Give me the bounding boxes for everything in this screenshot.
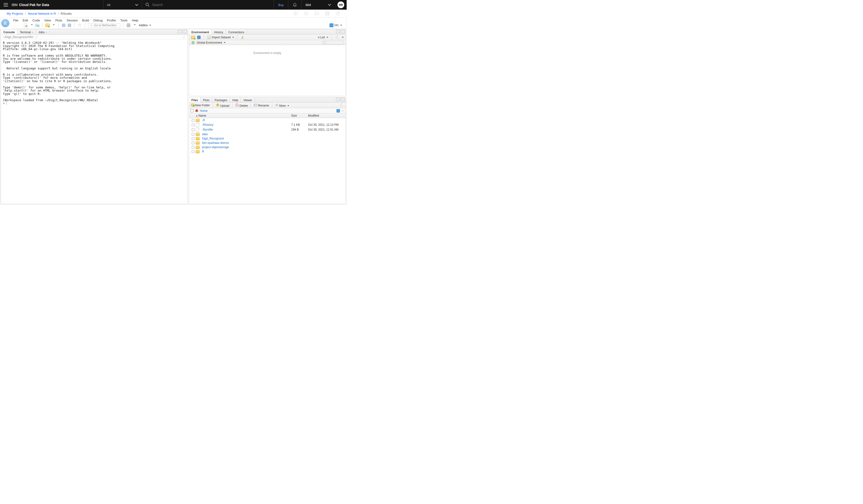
- file-name[interactable]: .Rprofile: [202, 128, 291, 131]
- save-button[interactable]: [61, 23, 66, 27]
- file-name[interactable]: ibm-sparkaas-demos: [202, 141, 291, 144]
- menu-plots[interactable]: Plots: [55, 18, 62, 22]
- panel-layout-button[interactable]: [126, 23, 131, 27]
- print-button[interactable]: [78, 23, 82, 27]
- col-name[interactable]: Name: [198, 114, 206, 117]
- menu-profile[interactable]: Profile: [107, 18, 116, 22]
- grid-icon[interactable]: [325, 12, 329, 15]
- menu-build[interactable]: Build: [82, 18, 89, 22]
- header-search[interactable]: [142, 0, 274, 10]
- history-icon[interactable]: [304, 12, 308, 15]
- new-file-button[interactable]: [23, 23, 28, 27]
- table-row[interactable]: ibm-sparkaas-demos: [189, 141, 346, 145]
- minimize-icon[interactable]: [178, 30, 182, 33]
- goto-file-function[interactable]: Go to file/function: [88, 23, 120, 27]
- save-all-button[interactable]: [67, 23, 72, 27]
- table-row[interactable]: R: [189, 150, 346, 154]
- upload-button[interactable]: Upload: [216, 103, 229, 107]
- new-file-dropdown[interactable]: [29, 23, 34, 27]
- maximize-icon[interactable]: [341, 98, 345, 101]
- refresh-button[interactable]: [335, 36, 339, 39]
- menu-tools[interactable]: Tools: [120, 18, 127, 22]
- console-body[interactable]: R version 3.6.3 (2020-02-29) -- "Holding…: [1, 40, 188, 204]
- close-icon[interactable]: ×: [32, 31, 33, 34]
- menu-edit[interactable]: Edit: [23, 18, 28, 22]
- clear-console-icon[interactable]: [182, 35, 186, 39]
- pane-window-buttons[interactable]: [178, 30, 187, 33]
- row-checkbox[interactable]: [191, 146, 196, 148]
- env-scope[interactable]: Global Environment: [197, 41, 226, 44]
- new-folder-button[interactable]: New Folder: [191, 104, 210, 107]
- tab-environment[interactable]: Environment: [189, 29, 212, 35]
- info-icon[interactable]: [293, 12, 298, 15]
- new-project-button[interactable]: R: [35, 23, 39, 27]
- tab-packages[interactable]: Packages: [212, 97, 230, 102]
- pane-window-buttons[interactable]: [336, 30, 345, 33]
- menu-file[interactable]: File: [13, 18, 18, 22]
- close-icon[interactable]: ×: [46, 31, 47, 34]
- tab-connections[interactable]: Connections: [226, 29, 247, 35]
- more-button[interactable]: More: [275, 103, 289, 107]
- row-checkbox[interactable]: [191, 119, 196, 122]
- project-menu[interactable]: NN: [329, 23, 345, 27]
- file-name[interactable]: Digit_Recognizer: [202, 137, 291, 140]
- rproject-icon[interactable]: [337, 109, 340, 113]
- row-checkbox[interactable]: [191, 124, 196, 126]
- table-row[interactable]: .Rprofile294 BOct 30, 2021, 11:51 AM: [189, 127, 346, 132]
- open-file-button[interactable]: [45, 23, 50, 27]
- open-recent-dropdown[interactable]: [51, 23, 55, 27]
- tab-files[interactable]: Files: [189, 97, 201, 102]
- tab-history[interactable]: History: [212, 29, 226, 35]
- popout-icon[interactable]: [35, 36, 38, 39]
- file-name[interactable]: .R: [202, 118, 291, 122]
- table-row[interactable]: .R: [189, 118, 346, 122]
- col-modified[interactable]: Modified: [308, 114, 344, 117]
- rename-button[interactable]: Rename: [254, 104, 269, 107]
- breadcrumb-home[interactable]: Home: [200, 109, 208, 113]
- env-viewmode[interactable]: ≡ List: [318, 36, 328, 39]
- help-icon[interactable]: [336, 12, 340, 15]
- notifications-button[interactable]: [288, 0, 301, 10]
- file-name[interactable]: .Rhistory: [202, 123, 291, 127]
- refresh-button[interactable]: [340, 103, 344, 107]
- env-settings-dropdown[interactable]: [341, 36, 344, 39]
- import-dataset-button[interactable]: Import Dataset: [207, 36, 234, 39]
- account-switcher[interactable]: IBM: [301, 0, 335, 10]
- clear-env-button[interactable]: [240, 35, 245, 39]
- home-icon[interactable]: [195, 109, 198, 113]
- col-size[interactable]: Size: [291, 114, 308, 117]
- table-row[interactable]: .Rhistory7.1 KBOct 30, 2021, 12:13 PM: [189, 122, 346, 127]
- file-name[interactable]: project-objectstorage: [202, 145, 291, 149]
- search-input[interactable]: [152, 3, 270, 7]
- table-row[interactable]: project-objectstorage: [189, 145, 346, 150]
- tab-console[interactable]: Console: [1, 29, 17, 35]
- chat-icon[interactable]: [315, 12, 319, 15]
- panel-layout-dropdown[interactable]: [132, 23, 136, 27]
- more-dots[interactable]: ⋯: [341, 109, 344, 113]
- header-filter[interactable]: All: [103, 0, 142, 10]
- tab-viewer[interactable]: Viewer: [241, 97, 254, 102]
- avatar-button[interactable]: MB: [335, 0, 347, 10]
- env-search[interactable]: [322, 41, 344, 44]
- menu-session[interactable]: Session: [66, 18, 78, 22]
- tab-jobs[interactable]: Jobs×: [36, 29, 50, 35]
- menu-help[interactable]: Help: [132, 18, 138, 22]
- save-workspace-button[interactable]: [197, 35, 201, 39]
- file-name[interactable]: data: [202, 132, 291, 136]
- tab-terminal[interactable]: Terminal×: [17, 29, 36, 35]
- addins-button[interactable]: Addins: [139, 24, 151, 27]
- table-row[interactable]: data: [189, 132, 346, 137]
- row-checkbox[interactable]: [191, 142, 196, 144]
- row-checkbox[interactable]: [191, 137, 196, 140]
- row-checkbox[interactable]: [191, 150, 196, 153]
- table-row[interactable]: Digit_Recognizer: [189, 137, 346, 141]
- file-name[interactable]: R: [202, 150, 291, 153]
- tab-plots[interactable]: Plots: [201, 97, 212, 102]
- breadcrumb-item[interactable]: My Projects: [7, 12, 23, 15]
- menu-view[interactable]: View: [44, 18, 51, 22]
- minimize-icon[interactable]: [336, 30, 340, 33]
- pane-window-buttons[interactable]: [336, 98, 345, 101]
- delete-button[interactable]: Delete: [235, 103, 248, 107]
- buy-link[interactable]: Buy: [274, 0, 288, 10]
- tab-help[interactable]: Help: [230, 97, 241, 102]
